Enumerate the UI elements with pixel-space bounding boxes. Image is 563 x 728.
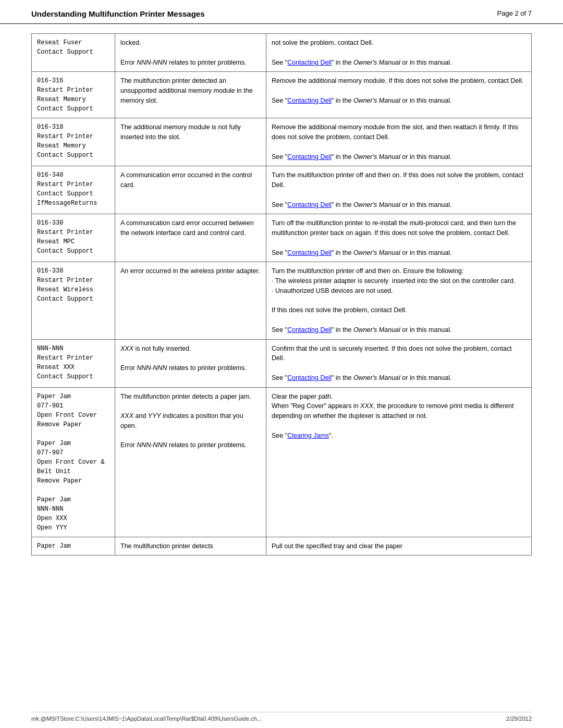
contacting-dell-link[interactable]: Contacting Dell — [287, 59, 332, 66]
table-row: Reseat FuserContact Support locked. Erro… — [32, 34, 532, 72]
description: An error occurred in the wireless printe… — [115, 262, 266, 339]
table-row: 016-330Restart PrinterReseat MPCContact … — [32, 214, 532, 262]
table-row: Paper Jam The multifunction printer dete… — [32, 537, 532, 556]
error-code: NNN-NNNRestart PrinterReseat XXXContact … — [32, 339, 115, 387]
table-row: 016-338Restart PrinterReseat WirelessCon… — [32, 262, 532, 339]
description: The multifunction printer detects a pape… — [115, 387, 266, 537]
action: Turn off the multifunction printer to re… — [266, 214, 532, 262]
error-code: Paper Jam — [32, 537, 115, 556]
contacting-dell-link[interactable]: Contacting Dell — [287, 97, 332, 104]
description: The multifunction printer detected an un… — [115, 72, 266, 118]
error-table: Reseat FuserContact Support locked. Erro… — [31, 33, 532, 556]
error-code: 016-330Restart PrinterReseat MPCContact … — [32, 214, 115, 262]
error-code: Reseat FuserContact Support — [32, 34, 115, 72]
action: Confirm that the unit is securely insert… — [266, 339, 532, 387]
table-row: 016-340Restart PrinterContact SupportIfM… — [32, 166, 532, 214]
error-code: Paper Jam077-901Open Front CoverRemove P… — [32, 387, 115, 537]
table-row: 016-316Restart PrinterReseat MemoryConta… — [32, 72, 532, 118]
contacting-dell-link[interactable]: Contacting Dell — [287, 153, 332, 161]
description: A communication card error occurred betw… — [115, 214, 266, 262]
page-title: Understanding Multifunction Printer Mess… — [31, 9, 205, 18]
clearing-jams-link[interactable]: Clearing Jams — [287, 432, 329, 439]
error-code: 016-316Restart PrinterReseat MemoryConta… — [32, 72, 115, 118]
action: Turn the multifunction printer off and t… — [266, 166, 532, 214]
contacting-dell-link[interactable]: Contacting Dell — [287, 249, 332, 256]
description: locked. Error NNN-NNN relates to printer… — [115, 34, 266, 72]
description: The additional memory module is not full… — [115, 118, 266, 166]
action: Pull out the specified tray and clear th… — [266, 537, 532, 556]
action: Remove the additional memory module from… — [266, 118, 532, 166]
page-number: Page 2 of 7 — [497, 9, 532, 17]
page-footer: mk:@MSITStore:C:\Users\14JMIS~1\AppData\… — [31, 712, 532, 722]
error-code: 016-340Restart PrinterContact SupportIfM… — [32, 166, 115, 214]
action: not solve the problem, contact Dell. See… — [266, 34, 532, 72]
description: The multifunction printer detects — [115, 537, 266, 556]
action: Turn the multifunction printer off and t… — [266, 262, 532, 339]
contacting-dell-link[interactable]: Contacting Dell — [287, 201, 332, 208]
footer-path: mk:@MSITStore:C:\Users\14JMIS~1\AppData\… — [31, 715, 262, 722]
action: Clear the paper path. When "Reg Cover" a… — [266, 387, 532, 537]
table-row: NNN-NNNRestart PrinterReseat XXXContact … — [32, 339, 532, 387]
contacting-dell-link[interactable]: Contacting Dell — [287, 374, 332, 381]
table-row: Paper Jam077-901Open Front CoverRemove P… — [32, 387, 532, 537]
main-content: Reseat FuserContact Support locked. Erro… — [0, 24, 563, 576]
description: XXX is not fully inserted. Error NNN-NNN… — [115, 339, 266, 387]
error-code: 016-338Restart PrinterReseat WirelessCon… — [32, 262, 115, 339]
contacting-dell-link[interactable]: Contacting Dell — [287, 326, 332, 334]
table-row: 016-318Restart PrinterReseat MemoryConta… — [32, 118, 532, 166]
action: Remove the additional memory module. If … — [266, 72, 532, 118]
description: A communication error occurred in the co… — [115, 166, 266, 214]
footer-date: 2/29/2012 — [506, 715, 532, 722]
error-code: 016-318Restart PrinterReseat MemoryConta… — [32, 118, 115, 166]
